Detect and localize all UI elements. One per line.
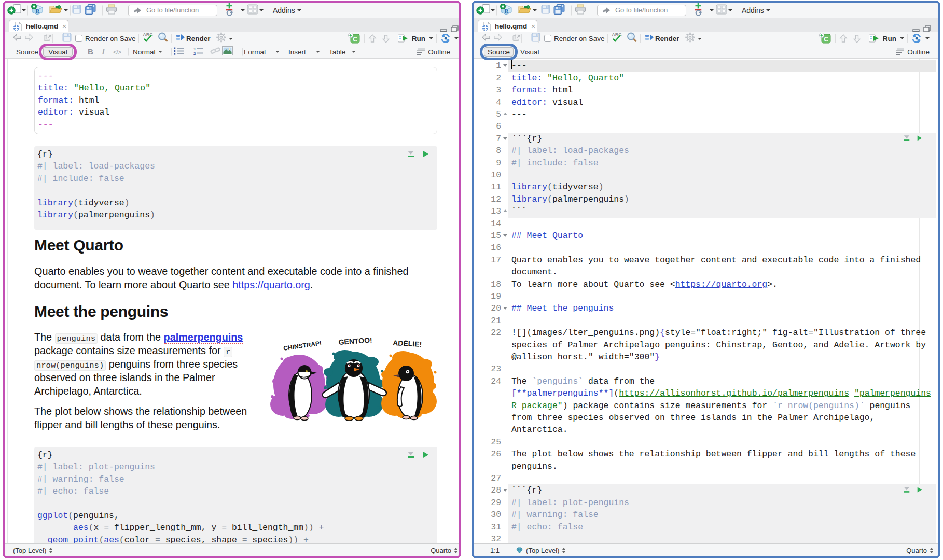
svg-text:ABC: ABC [612,32,622,37]
svg-text:C: C [824,36,828,43]
svg-text:GENTOO!: GENTOO! [338,335,372,346]
svg-text:CHINSTRAP!: CHINSTRAP! [283,340,322,352]
svg-text:C: C [353,36,357,43]
svg-text:ADÉLIE!: ADÉLIE! [393,339,422,348]
svg-text:1: 1 [193,46,196,51]
svg-text:ABC: ABC [143,32,153,37]
svg-text:R: R [505,7,509,13]
svg-text:R: R [36,7,40,13]
svg-text:2: 2 [193,51,196,55]
